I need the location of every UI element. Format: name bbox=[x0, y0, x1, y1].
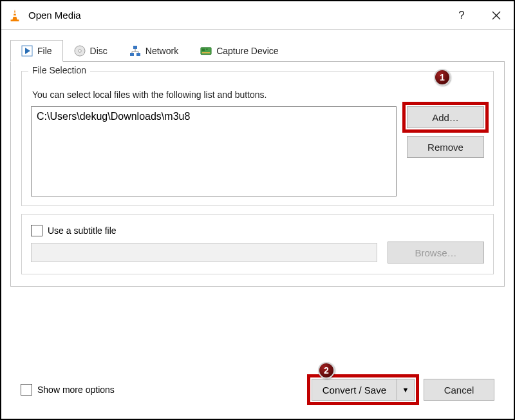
button-label: Browse… bbox=[415, 247, 456, 258]
dialog-content: File Disc Network Capture Device bbox=[1, 30, 514, 419]
convert-save-button[interactable]: Convert / Save ▼ bbox=[312, 379, 415, 401]
button-label: Cancel bbox=[444, 385, 474, 396]
svg-rect-12 bbox=[136, 53, 140, 56]
tab-network[interactable]: Network bbox=[118, 40, 189, 62]
tab-label: File bbox=[37, 46, 52, 56]
use-subtitle-checkbox[interactable] bbox=[31, 225, 42, 236]
use-subtitle-label: Use a subtitle file bbox=[48, 225, 117, 236]
button-label: Add… bbox=[432, 112, 459, 123]
tab-label: Network bbox=[145, 46, 178, 56]
subtitle-path-input bbox=[31, 243, 377, 262]
browse-subtitle-button: Browse… bbox=[388, 242, 484, 263]
cancel-button[interactable]: Cancel bbox=[424, 379, 494, 401]
svg-rect-3 bbox=[11, 19, 19, 21]
group-legend: File Selection bbox=[28, 65, 90, 75]
window-title: Open Media bbox=[28, 10, 81, 21]
file-panel: File Selection You can select local file… bbox=[10, 61, 505, 287]
file-list-item[interactable]: C:\Users\dekug\Downloads\m3u8 bbox=[37, 111, 391, 122]
svg-rect-19 bbox=[206, 48, 208, 50]
svg-rect-2 bbox=[13, 15, 17, 17]
svg-point-9 bbox=[78, 50, 80, 52]
bottom-bar: Show more options 2 Convert / Save ▼ Can… bbox=[10, 375, 505, 415]
svg-rect-11 bbox=[130, 53, 134, 56]
file-selection-group: File Selection You can select local file… bbox=[21, 71, 494, 206]
file-list[interactable]: C:\Users\dekug\Downloads\m3u8 bbox=[31, 106, 397, 196]
svg-rect-1 bbox=[14, 12, 17, 14]
help-button[interactable]: ? bbox=[444, 1, 479, 30]
svg-marker-0 bbox=[12, 9, 17, 20]
show-more-options-checkbox[interactable] bbox=[21, 384, 32, 396]
convert-save-label[interactable]: Convert / Save bbox=[312, 379, 397, 400]
close-button[interactable] bbox=[479, 1, 514, 30]
annotation-badge-1: 1 bbox=[434, 69, 451, 86]
svg-rect-20 bbox=[202, 52, 211, 53]
subtitle-group: Use a subtitle file Browse… bbox=[21, 214, 494, 274]
source-tabs: File Disc Network Capture Device bbox=[10, 39, 505, 62]
svg-rect-10 bbox=[133, 46, 137, 49]
tab-disc[interactable]: Disc bbox=[63, 40, 118, 62]
add-button[interactable]: Add… bbox=[407, 106, 484, 128]
open-media-dialog: Open Media ? File Disc bbox=[0, 0, 515, 420]
tab-capture-device[interactable]: Capture Device bbox=[189, 40, 290, 62]
vlc-cone-icon bbox=[8, 8, 22, 23]
show-more-options-label: Show more options bbox=[37, 385, 115, 395]
convert-save-dropdown[interactable]: ▼ bbox=[397, 379, 414, 400]
titlebar: Open Media ? bbox=[1, 1, 514, 30]
svg-rect-18 bbox=[202, 48, 205, 51]
tab-label: Capture Device bbox=[216, 46, 279, 56]
instruction-text: You can select local files with the foll… bbox=[32, 90, 484, 100]
network-icon bbox=[129, 45, 141, 57]
file-play-icon bbox=[21, 45, 33, 57]
annotation-badge-2: 2 bbox=[318, 362, 335, 379]
disc-icon bbox=[74, 45, 86, 57]
tab-file[interactable]: File bbox=[10, 40, 63, 62]
button-label: Remove bbox=[427, 142, 464, 153]
remove-button[interactable]: Remove bbox=[407, 136, 484, 158]
tab-label: Disc bbox=[90, 46, 108, 56]
capture-card-icon bbox=[200, 45, 212, 57]
